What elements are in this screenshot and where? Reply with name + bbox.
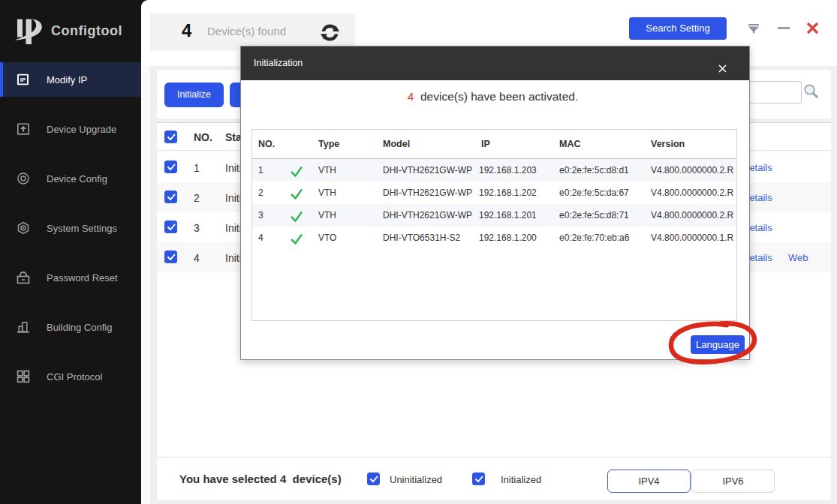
svg-text:IP: IP [20, 76, 26, 83]
